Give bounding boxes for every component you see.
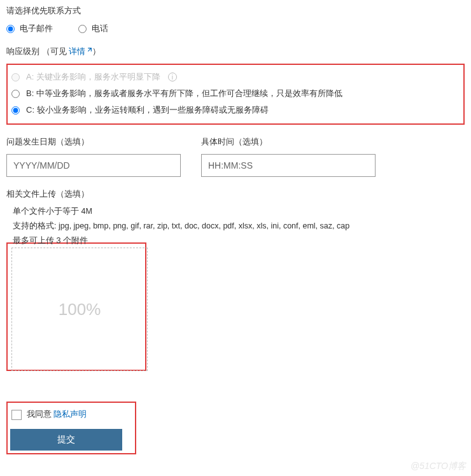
time-label: 具体时间（选填） — [201, 136, 376, 148]
contact-phone-radio[interactable] — [78, 25, 87, 33]
upload-box-wrap: 100% — [6, 242, 465, 371]
contact-email-radio[interactable] — [6, 25, 15, 33]
contact-phone-label: 电话 — [92, 23, 108, 34]
date-label: 问题发生日期（选填） — [6, 136, 181, 148]
severity-label-c: C: 较小业务影响，业务运转顺利，遇到一些服务障碍或无服务障碍 — [26, 104, 269, 116]
submit-highlight-box: 我同意 隐私声明 提交 — [6, 402, 136, 454]
contact-email-label: 电子邮件 — [20, 23, 53, 34]
severity-title: 响应级别 （可见 详情） — [6, 46, 465, 57]
severity-option-b[interactable]: B: 中等业务影响，服务或者服务水平有所下降，但工作可合理继续，只是效率有所降低 — [11, 85, 460, 102]
severity-radio-a — [11, 73, 20, 81]
severity-label-b: B: 中等业务影响，服务或者服务水平有所下降，但工作可合理继续，只是效率有所降低 — [26, 88, 342, 99]
severity-section: 响应级别 （可见 详情） A: 关键业务影响，服务水平明显下降 i B: 中等业… — [6, 46, 465, 125]
severity-paren-open: （可见 — [42, 46, 69, 56]
external-link-icon — [86, 47, 92, 53]
severity-details-link[interactable]: 详情 — [69, 46, 92, 56]
time-column: 具体时间（选填） — [201, 136, 376, 177]
upload-dropzone[interactable]: 100% — [11, 248, 148, 371]
severity-title-text: 响应级别 — [6, 46, 39, 56]
datetime-section: 问题发生日期（选填） 具体时间（选填） — [6, 136, 465, 177]
time-input[interactable] — [201, 154, 376, 177]
severity-label-a: A: 关键业务影响，服务水平明显下降 — [26, 71, 160, 83]
submit-button-label: 提交 — [57, 434, 75, 445]
upload-progress-text: 100% — [59, 300, 101, 319]
severity-details-link-text: 详情 — [69, 46, 85, 56]
upload-hint-formats: 支持的格式: jpg, jpeg, bmp, png, gif, rar, zi… — [13, 221, 465, 232]
severity-highlight-box: A: 关键业务影响，服务水平明显下降 i B: 中等业务影响，服务或者服务水平有… — [6, 64, 465, 125]
agreement-row: 我同意 隐私声明 — [8, 403, 135, 429]
contact-email-option[interactable]: 电子邮件 — [6, 23, 53, 34]
contact-method-options: 电子邮件 电话 — [6, 23, 465, 34]
date-column: 问题发生日期（选填） — [6, 136, 181, 177]
upload-hints: 单个文件小于等于 4M 支持的格式: jpg, jpeg, bmp, png, … — [6, 206, 465, 246]
severity-option-c[interactable]: C: 较小业务影响，业务运转顺利，遇到一些服务障碍或无服务障碍 — [11, 102, 460, 118]
upload-section: 相关文件上传（选填） 单个文件小于等于 4M 支持的格式: jpg, jpeg,… — [6, 188, 465, 371]
info-icon: i — [168, 73, 177, 81]
upload-hint-size: 单个文件小于等于 4M — [13, 206, 465, 217]
severity-radio-c[interactable] — [11, 106, 20, 115]
contact-phone-option[interactable]: 电话 — [78, 23, 108, 34]
privacy-link[interactable]: 隐私声明 — [53, 410, 87, 419]
severity-option-a: A: 关键业务影响，服务水平明显下降 i — [11, 69, 460, 85]
contact-method-section: 请选择优先联系方式 电子邮件 电话 — [6, 5, 465, 34]
upload-title: 相关文件上传（选填） — [6, 188, 465, 200]
date-input[interactable] — [6, 154, 181, 177]
severity-radio-b[interactable] — [11, 90, 20, 98]
contact-method-title: 请选择优先联系方式 — [6, 5, 465, 17]
agree-text: 我同意 — [27, 410, 53, 419]
severity-paren-close: ） — [92, 46, 101, 56]
agree-checkbox[interactable] — [11, 410, 22, 420]
agree-text-wrap: 我同意 隐私声明 — [27, 409, 87, 420]
submit-button[interactable]: 提交 — [10, 429, 122, 451]
upload-highlight-box: 100% — [6, 242, 146, 371]
